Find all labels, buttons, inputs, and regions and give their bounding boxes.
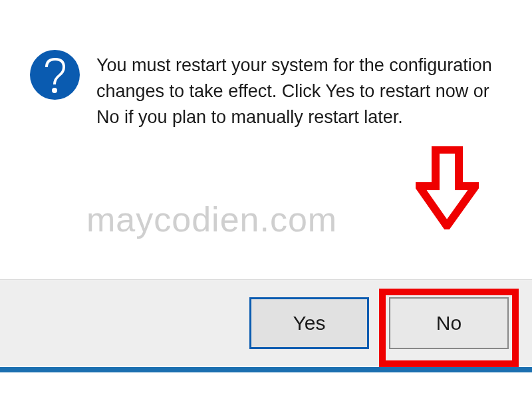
question-icon [30,50,80,100]
dialog-message: You must restart your system for the con… [96,50,502,130]
annotation-arrow-icon [416,146,479,232]
dialog-content: You must restart your system for the con… [30,50,502,130]
watermark: maycodien.com [86,200,337,239]
window-bottom-border [0,367,532,372]
no-button[interactable]: No [389,297,509,349]
yes-button[interactable]: Yes [249,297,369,349]
button-bar: Yes No [0,279,532,366]
svg-point-0 [52,88,57,93]
